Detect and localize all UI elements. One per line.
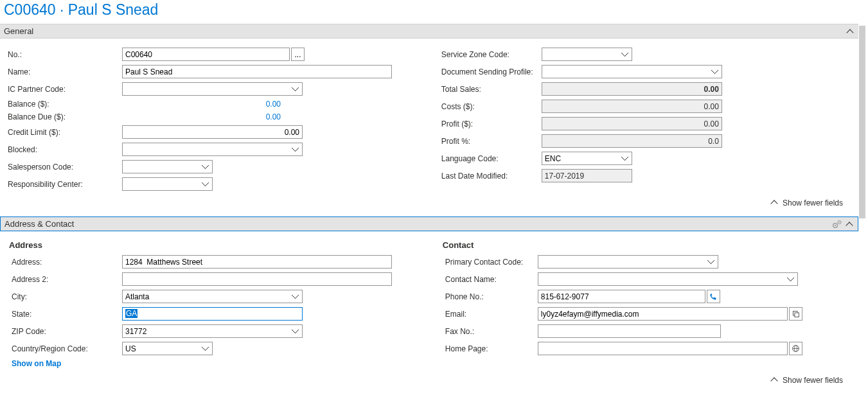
primary-contact-label: Primary Contact Code: [440, 258, 538, 267]
language-label: Language Code: [440, 154, 542, 163]
salesperson-select[interactable] [122, 160, 213, 173]
phone-input[interactable] [538, 290, 705, 303]
address-contact-show-fewer[interactable]: Show fewer fields [6, 372, 852, 387]
fax-input[interactable] [538, 324, 721, 338]
profit-label: Profit ($): [440, 119, 542, 128]
service-zone-label: Service Zone Code: [440, 50, 542, 59]
section-general-title: General [4, 26, 33, 36]
last-modified-value: 17-07-2019 [542, 169, 632, 182]
zip-label: ZIP Code: [6, 327, 122, 336]
section-general-body: No.: ... Name: IC Partner Code: [0, 39, 858, 216]
section-address-contact-body: Address Address: Address 2: City: Atlant… [0, 231, 858, 394]
chevron-up-icon [771, 376, 777, 383]
section-address-contact-title: Address & Contact [4, 219, 74, 229]
contact-name-label: Contact Name: [440, 275, 538, 284]
costs-label: Costs ($): [440, 102, 542, 111]
address-input[interactable] [122, 255, 392, 269]
email-label: Email: [440, 310, 538, 319]
salesperson-label: Salesperson Code: [6, 163, 122, 172]
country-label: Country/Region Code: [6, 344, 122, 353]
ic-partner-select[interactable] [122, 82, 303, 96]
ic-partner-label: IC Partner Code: [6, 85, 122, 94]
total-sales-label: Total Sales: [440, 85, 542, 94]
address2-label: Address 2: [6, 275, 122, 284]
section-address-contact-header[interactable]: Address & Contact [0, 216, 858, 231]
profit-value: 0.00 [542, 117, 722, 130]
chevron-up-icon[interactable] [847, 28, 853, 35]
scrollbar-thumb[interactable] [859, 26, 865, 218]
state-value-selected: GA [125, 309, 137, 318]
show-fewer-label: Show fewer fields [783, 376, 843, 385]
copy-icon [792, 310, 800, 318]
chevron-up-icon [771, 199, 777, 206]
contact-name-select[interactable] [538, 272, 798, 286]
svg-point-3 [839, 222, 840, 223]
no-label: No.: [6, 50, 122, 59]
doc-send-select[interactable] [542, 65, 722, 78]
state-input[interactable]: GA [122, 307, 303, 321]
city-select[interactable]: Atlanta [122, 290, 303, 303]
phone-label: Phone No.: [440, 292, 538, 301]
chevron-up-icon[interactable] [846, 221, 853, 227]
general-show-fewer[interactable]: Show fewer fields [6, 195, 852, 210]
credit-limit-label: Credit Limit ($): [6, 128, 122, 137]
total-sales-value: 0.00 [542, 82, 722, 96]
costs-value: 0.00 [542, 100, 722, 113]
balance-due-value[interactable]: 0.00 [122, 112, 281, 121]
phone-dial-button[interactable] [707, 290, 720, 303]
homepage-label: Home Page: [440, 344, 538, 353]
homepage-input[interactable] [538, 342, 788, 355]
globe-icon [792, 344, 800, 353]
blocked-label: Blocked: [6, 145, 122, 154]
svg-rect-5 [795, 313, 799, 317]
city-label: City: [6, 292, 122, 301]
language-select[interactable]: ENC [542, 152, 632, 165]
gear-icon[interactable] [832, 220, 842, 229]
vertical-scrollbar[interactable] [858, 26, 866, 385]
homepage-open-button[interactable] [789, 342, 802, 355]
credit-limit-input[interactable] [122, 125, 303, 139]
email-input[interactable] [538, 307, 788, 321]
name-label: Name: [6, 67, 122, 76]
balance-due-label: Balance Due ($): [6, 112, 122, 121]
show-on-map-link[interactable]: Show on Map [6, 359, 61, 368]
svg-point-1 [835, 224, 836, 225]
email-copy-button[interactable] [789, 307, 802, 321]
phone-icon [709, 292, 718, 301]
contact-subheading: Contact [440, 240, 855, 250]
address-subheading: Address [6, 240, 421, 250]
doc-send-label: Document Sending Profile: [440, 67, 542, 76]
state-label: State: [6, 310, 122, 319]
responsibility-select[interactable] [122, 177, 213, 191]
primary-contact-select[interactable] [538, 255, 718, 269]
page-title: C00640 · Paul S Snead [0, 0, 858, 24]
profit-pct-value: 0.0 [542, 134, 722, 148]
show-fewer-label: Show fewer fields [783, 198, 843, 207]
address-label: Address: [6, 258, 122, 267]
fax-label: Fax No.: [440, 327, 538, 336]
no-input[interactable] [122, 48, 290, 61]
section-general-header[interactable]: General [0, 24, 858, 39]
address2-input[interactable] [122, 272, 392, 286]
name-input[interactable] [122, 65, 392, 78]
balance-label: Balance ($): [6, 100, 122, 109]
country-select[interactable]: US [122, 342, 213, 355]
responsibility-label: Responsibility Center: [6, 180, 122, 189]
profit-pct-label: Profit %: [440, 137, 542, 146]
service-zone-select[interactable] [542, 48, 632, 61]
zip-select[interactable]: 31772 [122, 324, 303, 338]
balance-value[interactable]: 0.00 [122, 100, 281, 109]
last-modified-label: Last Date Modified: [440, 172, 542, 181]
blocked-select[interactable] [122, 143, 303, 156]
no-lookup-button[interactable]: ... [291, 48, 305, 61]
